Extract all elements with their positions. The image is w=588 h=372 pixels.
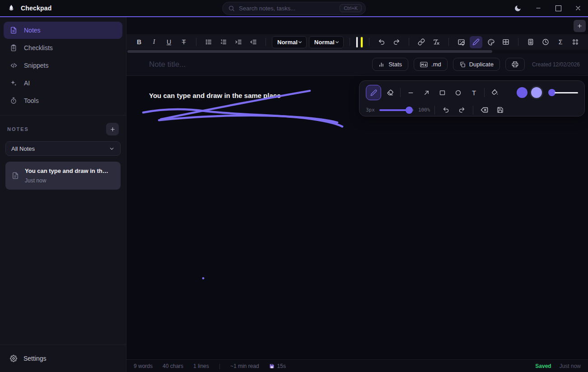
text-tool-button[interactable]: T — [467, 86, 481, 100]
rectangle-tool-button[interactable] — [435, 86, 449, 100]
clipboard-icon — [9, 44, 18, 51]
clear-formatting-button[interactable] — [430, 36, 443, 48]
char-count: 40 chars — [163, 363, 183, 369]
line-tool-button[interactable] — [404, 86, 418, 100]
table-button[interactable] — [499, 36, 512, 48]
calculator-button[interactable] — [524, 36, 537, 48]
minimize-button[interactable] — [528, 0, 548, 16]
numbered-list-button[interactable] — [217, 36, 230, 48]
sidebar-item-notes[interactable]: Notes — [4, 22, 122, 39]
markdown-icon — [420, 61, 428, 68]
stroke-color-secondary[interactable] — [531, 87, 542, 98]
draw-redo-button[interactable] — [455, 103, 468, 116]
indent-decrease-button[interactable] — [247, 36, 260, 48]
paragraph-format-select[interactable]: Normal — [272, 36, 307, 48]
drawbar-separator — [434, 106, 435, 115]
draw-undo-button[interactable] — [439, 103, 453, 116]
note-item-title: You can type and draw in the s... — [25, 167, 108, 174]
text-color-swatch[interactable] — [356, 37, 359, 48]
note-canvas[interactable]: You can type and draw in the same place — [126, 76, 588, 359]
chevron-down-icon — [109, 146, 115, 152]
app-window: Checkpad Ctrl+K — [0, 0, 588, 372]
sidebar-item-ai[interactable]: AI — [4, 74, 122, 92]
fill-bucket-tool-button[interactable] — [488, 86, 502, 100]
autosave-interval: 15s — [277, 363, 286, 369]
bold-button[interactable]: B — [133, 36, 145, 48]
toolbar-scrollbar[interactable] — [126, 50, 588, 53]
toolbar-separator — [266, 38, 266, 46]
new-tab-button[interactable] — [574, 20, 586, 32]
stroke-size-slider[interactable] — [379, 107, 414, 114]
drawing-toolbar: T 3px — [359, 80, 585, 116]
note-header: Stats .md Duplicate — [126, 53, 588, 76]
timer-button[interactable] — [539, 36, 552, 48]
status-bar: 9 words 40 chars 1 lines | ~1 min read 1… — [126, 359, 588, 372]
draw-mode-button[interactable] — [470, 36, 482, 48]
maximize-button[interactable] — [548, 0, 568, 16]
palette-button[interactable] — [485, 36, 497, 48]
bar-chart-icon — [378, 61, 385, 68]
sidebar-item-label: Snippets — [24, 62, 48, 69]
circle-tool-button[interactable] — [451, 86, 465, 100]
sidebar-item-tools[interactable]: Tools — [4, 92, 122, 109]
color-shade-slider-track — [555, 92, 578, 93]
search-input[interactable] — [239, 5, 336, 12]
sidebar-item-snippets[interactable]: Snippets — [4, 57, 122, 74]
link-button[interactable] — [415, 36, 428, 48]
toolbar-separator — [518, 38, 518, 46]
font-format-select[interactable]: Normal — [309, 36, 344, 48]
ink-dot — [202, 277, 205, 279]
strikethrough-button[interactable]: T — [177, 36, 190, 48]
main-area: B I U T Normal — [126, 17, 588, 372]
stats-button[interactable]: Stats — [372, 58, 408, 71]
stroke-color-primary[interactable] — [517, 87, 527, 98]
titlebar: Checkpad Ctrl+K — [0, 0, 588, 17]
insert-image-button[interactable] — [455, 36, 467, 48]
created-date-label: Created 12/02/2026 — [532, 61, 580, 68]
close-button[interactable] — [568, 0, 588, 16]
pen-tool-button[interactable] — [366, 85, 381, 100]
app-logo-icon — [6, 3, 16, 13]
line-count: 1 lines — [193, 363, 209, 369]
read-time: ~1 min read — [230, 363, 259, 369]
toolbar-scrollbar-thumb[interactable] — [127, 50, 492, 53]
sidebar-item-label: Tools — [24, 97, 39, 104]
redo-button[interactable] — [390, 36, 403, 48]
formula-button[interactable]: Σ — [554, 36, 567, 48]
stroke-size-label: 3px — [366, 107, 375, 113]
global-search[interactable]: Ctrl+K — [222, 2, 366, 15]
duplicate-button[interactable]: Duplicate — [453, 58, 500, 71]
canvas-zoom-label: 100% — [418, 107, 430, 113]
color-shade-slider[interactable] — [548, 89, 578, 96]
export-markdown-button[interactable]: .md — [414, 58, 448, 71]
arrow-tool-button[interactable] — [420, 86, 434, 100]
underline-button[interactable]: U — [163, 36, 175, 48]
drawbar-separator — [484, 88, 485, 97]
save-status-label: Saved — [535, 363, 551, 369]
sidebar-item-label: Notes — [24, 27, 41, 34]
sidebar-item-checklists[interactable]: Checklists — [4, 39, 122, 56]
drawbar-separator — [400, 88, 401, 97]
stroke-size-slider-thumb[interactable] — [406, 107, 413, 114]
note-title-input[interactable] — [149, 60, 367, 69]
chevron-down-icon — [335, 40, 340, 45]
theme-toggle-moon-icon[interactable] — [508, 0, 527, 16]
eraser-tool-button[interactable] — [383, 86, 397, 100]
highlight-color-swatch[interactable] — [360, 37, 363, 48]
notes-filter-value: All Notes — [11, 145, 35, 152]
print-button[interactable] — [505, 58, 525, 71]
sidebar-item-settings[interactable]: Settings — [5, 350, 121, 367]
indent-increase-button[interactable] — [232, 36, 245, 48]
bullet-list-button[interactable] — [202, 36, 215, 48]
save-drawing-button[interactable] — [494, 103, 507, 116]
search-icon — [228, 5, 235, 12]
new-note-button[interactable] — [106, 123, 119, 135]
chevron-down-icon — [298, 40, 303, 45]
save-time-label: Just now — [560, 363, 581, 369]
italic-button[interactable]: I — [148, 36, 160, 48]
apps-grid-button[interactable] — [569, 36, 582, 48]
undo-button[interactable] — [375, 36, 388, 48]
note-list-item[interactable]: You can type and draw in the s... Just n… — [5, 162, 121, 190]
clear-canvas-button[interactable] — [478, 103, 491, 116]
notes-filter-select[interactable]: All Notes — [5, 141, 121, 156]
